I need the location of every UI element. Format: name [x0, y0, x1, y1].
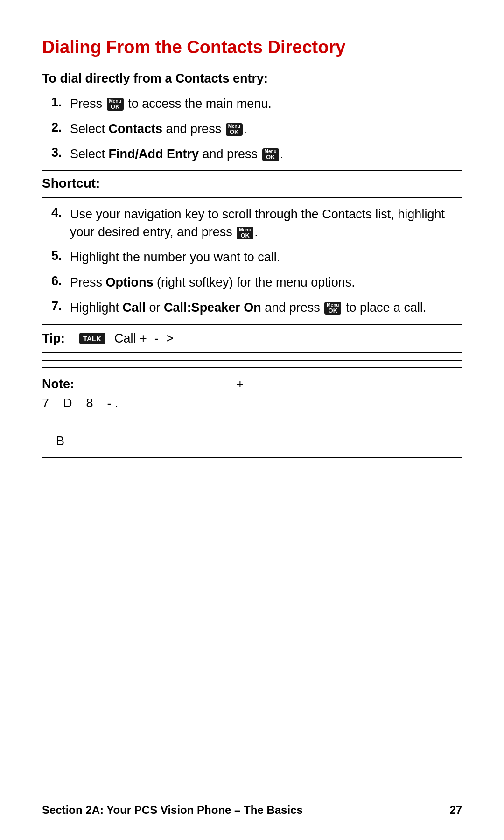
step-1-text: Press Menu OK to access the main menu.	[70, 95, 462, 113]
step-3-text: Select Find/Add Entry and press Menu OK …	[70, 146, 462, 163]
menu-ok-icon-7: Menu OK	[324, 302, 341, 315]
page-title: Dialing From the Contacts Directory	[42, 37, 462, 57]
note-content: Note: + 7 D 8 - . B	[42, 375, 462, 450]
step-1-num: 1.	[51, 95, 70, 110]
step-7-num: 7.	[51, 299, 70, 314]
note-plus: +	[237, 377, 244, 391]
step-5-text: Highlight the number you want to call.	[70, 249, 462, 266]
menu-ok-icon-3: Menu OK	[262, 148, 279, 161]
step-6: 6. Press Options (right softkey) for the…	[51, 274, 462, 292]
step-2-bold: Contacts	[109, 122, 163, 136]
talk-key-icon: TALK	[79, 333, 105, 344]
footer: Section 2A: Your PCS Vision Phone – The …	[42, 798, 462, 817]
tip-row: Tip: TALK Call + - >	[42, 331, 462, 346]
steps-list-2: 4. Use your navigation key to scroll thr…	[51, 206, 462, 316]
note-line2: B	[56, 434, 64, 448]
step-6-text: Press Options (right softkey) for the me…	[70, 274, 462, 292]
step-7-bold2: Call:Speaker On	[164, 301, 261, 315]
step-4-text: Use your navigation key to scroll throug…	[70, 206, 462, 241]
step-7: 7. Highlight Call or Call:Speaker On and…	[51, 299, 462, 317]
step-5: 5. Highlight the number you want to call…	[51, 249, 462, 266]
step-4-num: 4.	[51, 206, 70, 220]
step-4: 4. Use your navigation key to scroll thr…	[51, 206, 462, 241]
step-1: 1. Press Menu OK to access the main menu…	[51, 95, 462, 113]
page-container: Dialing From the Contacts Directory To d…	[0, 0, 504, 840]
step-6-num: 6.	[51, 274, 70, 288]
tip-dash: -	[154, 331, 159, 346]
menu-ok-icon-1: Menu OK	[107, 98, 124, 111]
divider-1	[42, 360, 462, 361]
step-2: 2. Select Contacts and press Menu OK .	[51, 120, 462, 138]
step-3-num: 3.	[51, 146, 70, 160]
step-6-bold: Options	[106, 275, 154, 289]
note-box: Note: + 7 D 8 - . B	[42, 367, 462, 458]
shortcut-label: Shortcut:	[42, 176, 462, 191]
footer-right: 27	[449, 804, 462, 817]
shortcut-section: Shortcut:	[42, 170, 462, 198]
step-5-num: 5.	[51, 249, 70, 263]
steps-list-1: 1. Press Menu OK to access the main menu…	[51, 95, 462, 163]
tip-gt: >	[166, 331, 174, 346]
tip-box: Tip: TALK Call + - >	[42, 324, 462, 353]
subtitle: To dial directly from a Contacts entry:	[42, 71, 462, 86]
step-2-text: Select Contacts and press Menu OK .	[70, 120, 462, 138]
footer-left: Section 2A: Your PCS Vision Phone – The …	[42, 804, 303, 817]
note-line1: 7 D 8 - .	[42, 396, 119, 410]
menu-ok-icon-4: Menu OK	[237, 227, 253, 239]
step-3-bold: Find/Add Entry	[109, 147, 199, 161]
menu-ok-icon-2: Menu OK	[226, 123, 243, 136]
step-7-text: Highlight Call or Call:Speaker On and pr…	[70, 299, 462, 317]
step-7-bold1: Call	[123, 301, 146, 315]
note-label: Note:	[42, 377, 74, 391]
talk-key-label: TALK	[83, 335, 101, 343]
tip-label: Tip:	[42, 331, 70, 346]
step-3: 3. Select Find/Add Entry and press Menu …	[51, 146, 462, 163]
step-2-num: 2.	[51, 120, 70, 135]
tip-call-text: Call +	[114, 331, 147, 346]
